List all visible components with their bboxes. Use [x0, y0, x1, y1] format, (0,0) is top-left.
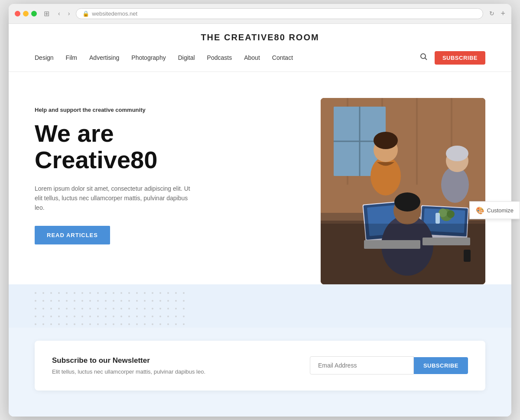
dot	[136, 292, 138, 294]
hero-text: Help and support the creative community …	[35, 98, 303, 244]
dot	[66, 292, 68, 294]
site-title: THE CREATIVE80 ROOM	[201, 33, 319, 42]
browser-chrome: ⊞ ‹ › 🔒 websitedemos.net ↻ +	[9, 4, 511, 24]
dot	[183, 292, 185, 294]
hero-tagline: Help and support the creative community	[35, 107, 303, 113]
dot	[175, 292, 177, 294]
search-button[interactable]	[420, 53, 428, 62]
dot	[152, 300, 153, 302]
dot	[35, 308, 36, 309]
dot	[175, 323, 177, 325]
nav-link-design[interactable]: Design	[35, 54, 54, 61]
dot	[42, 316, 44, 317]
dot	[50, 308, 52, 309]
dot-pattern	[35, 292, 189, 328]
dot	[113, 323, 114, 325]
nav-link-about[interactable]: About	[244, 54, 260, 61]
svg-point-31	[447, 210, 455, 218]
svg-point-0	[421, 54, 426, 59]
dot	[35, 316, 36, 317]
dot	[74, 292, 75, 294]
nav-link-photography[interactable]: Photography	[131, 54, 166, 61]
dot	[105, 308, 107, 309]
dot	[42, 323, 44, 325]
dot	[89, 308, 91, 309]
dot	[35, 292, 36, 294]
dot	[128, 292, 130, 294]
dot	[159, 292, 161, 294]
hero-heading-line2: Creative80	[35, 146, 157, 173]
nav-link-podcasts[interactable]: Podcasts	[207, 54, 232, 61]
dot	[42, 308, 44, 309]
dot	[136, 323, 138, 325]
customize-button[interactable]: 🎨 Customize	[469, 201, 520, 219]
read-articles-button[interactable]: READ ARTICLES	[35, 226, 110, 244]
dot	[58, 308, 60, 309]
dot	[42, 300, 44, 302]
dot	[113, 292, 114, 294]
dot	[58, 292, 60, 294]
dot	[97, 308, 99, 309]
dot	[144, 308, 146, 309]
forward-button[interactable]: ›	[66, 9, 72, 18]
svg-point-28	[394, 192, 420, 212]
sidebar-toggle-button[interactable]: ⊞	[41, 9, 52, 19]
traffic-light-yellow[interactable]	[23, 11, 29, 16]
header-subscribe-button[interactable]: SUBSCRIBE	[435, 51, 485, 65]
dot	[97, 292, 99, 294]
dot	[183, 300, 185, 302]
dot	[128, 300, 130, 302]
dot	[50, 323, 52, 325]
dot	[183, 308, 185, 309]
nav-link-film[interactable]: Film	[66, 54, 77, 61]
dot	[74, 316, 75, 317]
newsletter-text: Subscribe to our Newsletter Elit tellus,…	[52, 356, 205, 375]
dot	[74, 308, 75, 309]
dot	[167, 308, 169, 309]
hero-heading-line1: We are	[35, 120, 114, 147]
dot	[120, 292, 122, 294]
dot	[136, 308, 138, 309]
traffic-light-green[interactable]	[31, 11, 37, 16]
dot	[120, 300, 122, 302]
traffic-lights	[15, 11, 37, 16]
dot	[120, 308, 122, 309]
dot	[89, 316, 91, 317]
newsletter-subscribe-button[interactable]: SUBSCRIBE	[414, 357, 468, 374]
dot	[159, 308, 161, 309]
newsletter-form: SUBSCRIBE	[310, 356, 468, 374]
traffic-light-red[interactable]	[15, 11, 20, 16]
dot	[81, 300, 83, 302]
dot	[97, 323, 99, 325]
dot	[50, 292, 52, 294]
back-button[interactable]: ‹	[56, 9, 62, 18]
dot	[105, 292, 107, 294]
svg-point-22	[374, 132, 398, 149]
dot	[152, 323, 153, 325]
url-bar: 🔒 websitedemos.net	[76, 8, 483, 19]
dot	[58, 323, 60, 325]
nav-link-advertising[interactable]: Advertising	[89, 54, 119, 61]
customize-label: Customize	[487, 207, 514, 213]
dot	[89, 292, 91, 294]
dot	[167, 323, 169, 325]
nav-link-digital[interactable]: Digital	[178, 54, 195, 61]
dot	[128, 308, 130, 309]
new-tab-button[interactable]: +	[500, 9, 505, 18]
nav-link-contact[interactable]: Contact	[272, 54, 293, 61]
main-nav: Design Film Advertising Photography Digi…	[35, 54, 293, 61]
nav-row: Design Film Advertising Photography Digi…	[35, 51, 485, 65]
dot	[105, 323, 107, 325]
browser-window: ⊞ ‹ › 🔒 websitedemos.net ↻ + THE CREATIV…	[9, 4, 511, 417]
dot	[105, 316, 107, 317]
dot	[128, 323, 130, 325]
dot	[81, 323, 83, 325]
svg-rect-36	[422, 238, 470, 245]
hero-content: Help and support the creative community …	[9, 72, 511, 284]
dot	[81, 316, 83, 317]
dot	[144, 316, 146, 317]
dot	[97, 316, 99, 317]
reload-button[interactable]: ↻	[488, 9, 496, 18]
dot	[113, 300, 114, 302]
email-input[interactable]	[310, 356, 414, 374]
